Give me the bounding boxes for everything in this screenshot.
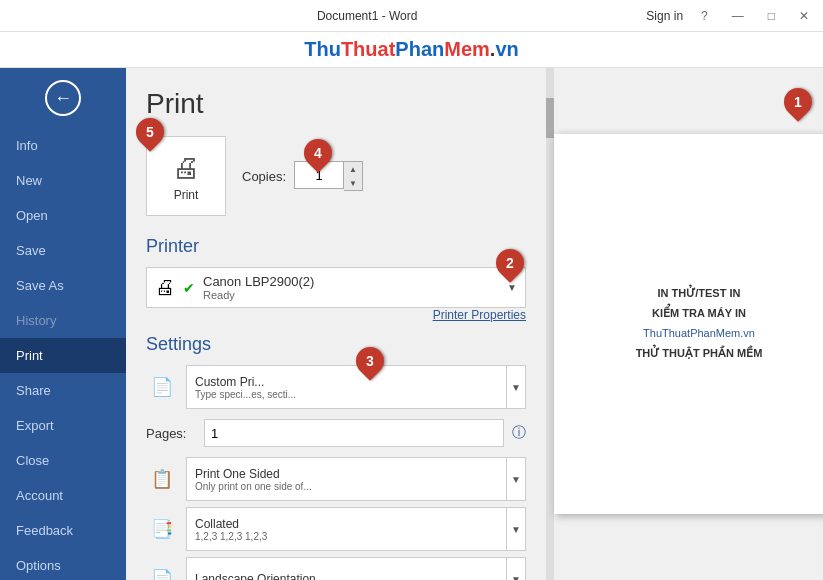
sidebar-item-save[interactable]: Save — [0, 233, 126, 268]
collated-dropdown[interactable]: Collated 1,2,3 1,2,3 1,2,3 ▼ — [186, 507, 526, 551]
preview-line1: IN THỬ/TEST IN — [636, 284, 763, 304]
sidebar-item-save-as[interactable]: Save As — [0, 268, 126, 303]
left-scroll-thumb — [546, 98, 554, 138]
sidebar: ← Info New Open Save Save As History Pri… — [0, 68, 126, 580]
sign-in-link[interactable]: Sign in — [646, 9, 683, 23]
one-sided-sub: Only print on one side of... — [195, 481, 517, 492]
marker-1: 1 — [778, 82, 818, 122]
collated-icon: 📑 — [146, 513, 178, 545]
print-area: Print 5 🖨 Print Copies: — [126, 68, 823, 580]
sidebar-item-share[interactable]: Share — [0, 373, 126, 408]
copies-up-button[interactable]: ▲ — [344, 162, 362, 176]
custom-print-row: 📄 3 Custom Pri... Type speci...es, secti… — [146, 365, 526, 409]
pages-info-icon[interactable]: ⓘ — [512, 424, 526, 442]
one-sided-dropdown[interactable]: Print One Sided Only print on one side o… — [186, 457, 526, 501]
printer-dropdown[interactable]: 🖨 ✔ Canon LBP2900(2) Ready ▼ — [146, 267, 526, 308]
one-sided-row: 📋 Print One Sided Only print on one side… — [146, 457, 526, 501]
one-sided-arrow: ▼ — [506, 458, 521, 500]
left-panel-scrollbar[interactable] — [546, 68, 554, 580]
printer-dropdown-arrow: ▼ — [507, 282, 517, 293]
sidebar-item-feedback[interactable]: Feedback — [0, 513, 126, 548]
orientation-icon: 📄 — [146, 563, 178, 580]
preview-area: 1 IN THỬ/TEST IN KIỂM TRA MÁY IN ThuThua… — [554, 68, 823, 580]
printer-icon: 🖨 — [172, 151, 200, 184]
back-circle-icon: ← — [45, 80, 81, 116]
printer-check-icon: ✔ — [183, 280, 195, 296]
one-sided-icon: 📋 — [146, 463, 178, 495]
close-button[interactable]: ✕ — [793, 7, 815, 25]
printer-name: Canon LBP2900(2) — [203, 274, 499, 289]
custom-print-wrapper: 3 Custom Pri... Type speci...es, secti..… — [186, 365, 526, 409]
print-button[interactable]: 🖨 Print — [146, 136, 226, 216]
preview-content: IN THỬ/TEST IN KIỂM TRA MÁY IN ThuThuatP… — [636, 284, 763, 363]
sidebar-item-close[interactable]: Close — [0, 443, 126, 478]
main-content: ← Info New Open Save Save As History Pri… — [0, 68, 823, 580]
custom-print-arrow: ▼ — [506, 366, 521, 408]
print-button-wrap: 5 🖨 Print — [146, 136, 226, 216]
collated-arrow: ▼ — [506, 508, 521, 550]
collated-sub: 1,2,3 1,2,3 1,2,3 — [195, 531, 517, 542]
page-preview: IN THỬ/TEST IN KIỂM TRA MÁY IN ThuThuatP… — [554, 134, 823, 514]
copies-marker-wrap: 4 ▲ ▼ — [294, 161, 363, 191]
custom-print-dropdown[interactable]: Custom Pri... Type speci...es, secti... … — [186, 365, 526, 409]
logo-bar: ThuThuatPhanMem.vn — [0, 32, 823, 68]
titlebar: Document1 - Word Sign in ? — □ ✕ — [0, 0, 823, 32]
sidebar-item-options[interactable]: Options — [0, 548, 126, 580]
print-controls: 5 🖨 Print Copies: 4 — [146, 136, 526, 216]
copies-control: Copies: 4 ▲ ▼ — [242, 161, 363, 191]
printer-small-icon: 🖨 — [155, 276, 175, 299]
preview-line4: THỬ THUẬT PHẦN MỀM — [636, 344, 763, 364]
orientation-row: 📄 Landscape Orientation ▼ — [146, 557, 526, 580]
pages-label: Pages: — [146, 426, 196, 441]
print-button-label: Print — [174, 188, 199, 202]
printer-info: Canon LBP2900(2) Ready — [203, 274, 499, 301]
minimize-button[interactable]: — — [726, 7, 750, 25]
back-button[interactable]: ← — [0, 68, 126, 128]
preview-line2: KIỂM TRA MÁY IN — [636, 304, 763, 324]
custom-print-sub: Type speci...es, secti... — [195, 389, 517, 400]
page-title: Print — [146, 88, 526, 120]
preview-line3: ThuThuatPhanMem.vn — [636, 324, 763, 344]
settings-section-title: Settings — [146, 334, 526, 355]
orientation-arrow: ▼ — [506, 558, 521, 580]
printer-status: Ready — [203, 289, 499, 301]
window-title: Document1 - Word — [88, 9, 646, 23]
collated-main: Collated — [195, 517, 517, 531]
printer-dropdown-container: 2 🖨 ✔ Canon LBP2900(2) Ready ▼ — [146, 267, 526, 308]
sidebar-item-account[interactable]: Account — [0, 478, 126, 513]
sidebar-item-history: History — [0, 303, 126, 338]
print-left-panel: Print 5 🖨 Print Copies: — [126, 68, 546, 580]
sidebar-item-new[interactable]: New — [0, 163, 126, 198]
copies-spinner: ▲ ▼ — [344, 161, 363, 191]
sidebar-item-export[interactable]: Export — [0, 408, 126, 443]
printer-section-title: Printer — [146, 236, 526, 257]
maximize-button[interactable]: □ — [762, 7, 781, 25]
orientation-dropdown[interactable]: Landscape Orientation ▼ — [186, 557, 526, 580]
copies-input-wrap: ▲ ▼ — [294, 161, 363, 191]
orientation-main: Landscape Orientation — [195, 572, 517, 580]
sidebar-item-open[interactable]: Open — [0, 198, 126, 233]
pages-row: Pages: ⓘ — [146, 419, 526, 447]
collated-row: 📑 Collated 1,2,3 1,2,3 1,2,3 ▼ — [146, 507, 526, 551]
pages-input[interactable] — [204, 419, 504, 447]
copies-down-button[interactable]: ▼ — [344, 176, 362, 190]
custom-print-icon: 📄 — [146, 371, 178, 403]
custom-print-main: Custom Pri... — [195, 375, 517, 389]
settings-group: 📄 3 Custom Pri... Type speci...es, secti… — [146, 365, 526, 580]
sidebar-item-print[interactable]: Print — [0, 338, 126, 373]
sidebar-item-info[interactable]: Info — [0, 128, 126, 163]
one-sided-main: Print One Sided — [195, 467, 517, 481]
printer-properties-link[interactable]: Printer Properties — [146, 308, 526, 322]
logo: ThuThuatPhanMem.vn — [304, 38, 518, 61]
help-button[interactable]: ? — [695, 7, 714, 25]
copies-label: Copies: — [242, 169, 286, 184]
